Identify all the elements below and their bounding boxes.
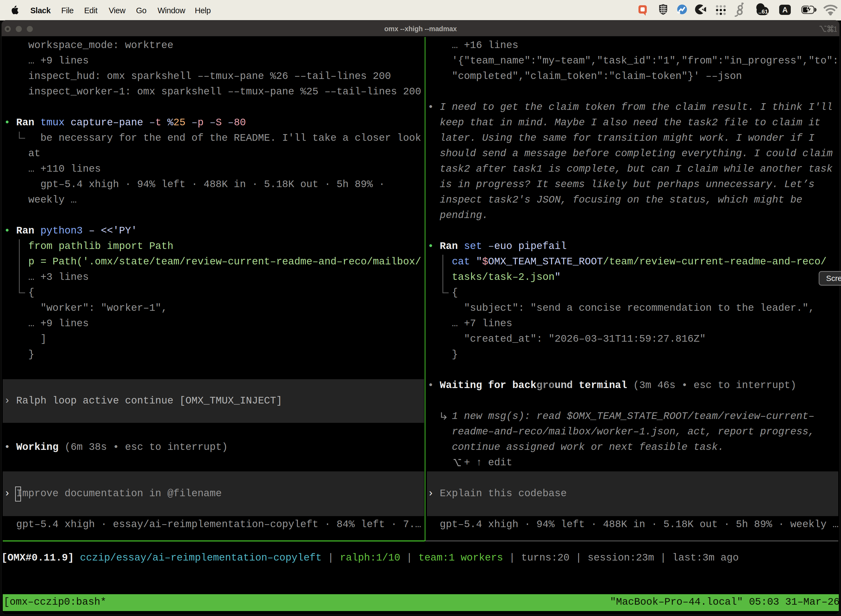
svg-text:..61: ..61 — [758, 8, 768, 15]
svg-text:A: A — [782, 6, 788, 14]
